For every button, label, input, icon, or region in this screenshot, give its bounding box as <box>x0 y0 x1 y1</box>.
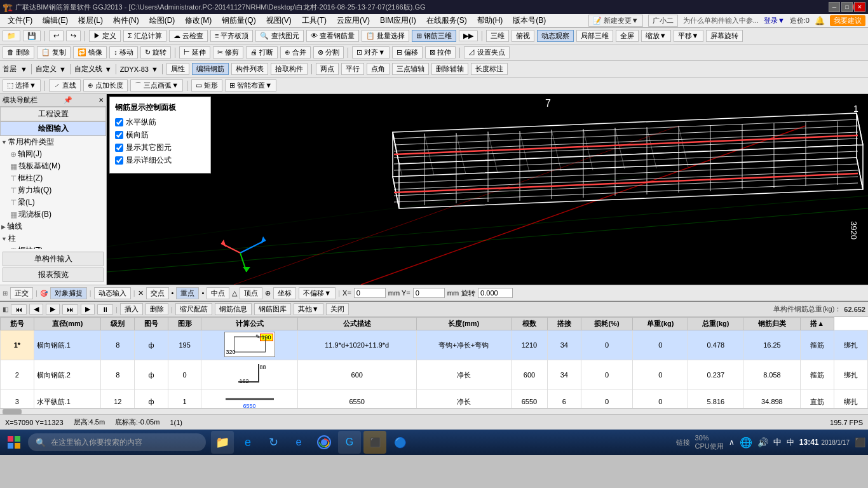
btn-dynamic[interactable]: 动态输入 <box>94 287 131 299</box>
btn-no-offset[interactable]: 不偏移▼ <box>299 287 336 299</box>
tb-merge[interactable]: ⊕ 合并 <box>280 46 311 58</box>
menu-edit[interactable]: 编辑(E) <box>37 14 73 27</box>
sidebar-close[interactable]: ✕ <box>98 97 104 104</box>
tb-align[interactable]: ⊡ 对齐▼ <box>352 46 390 58</box>
table-row[interactable]: 1* 横向钢筋.1 8 ф 195 320 190 ✎ 11.9 <box>1 330 868 360</box>
tree-slab[interactable]: ▦ 现浇板(B) <box>0 208 106 220</box>
tb-batch-select[interactable]: 📋 批量选择 <box>362 30 409 42</box>
3d-viewport[interactable]: 7 1 0 3920 <box>107 94 868 285</box>
btn-coord[interactable]: 坐标 <box>273 287 296 299</box>
tree-axis[interactable]: ⊕ 轴网(J) <box>0 148 106 160</box>
gzy-btn[interactable]: 广小二 <box>648 15 678 27</box>
menu-floor[interactable]: 楼层(L) <box>73 14 108 27</box>
menu-version[interactable]: 版本号(B) <box>508 14 551 27</box>
y-input[interactable] <box>413 288 445 298</box>
sidebar-pin[interactable]: 📌 <box>64 96 72 104</box>
tb-save[interactable]: 💾 <box>23 30 41 41</box>
tree-axis-group[interactable]: ▶ 轴线 <box>0 220 106 233</box>
tb-screen-rotate[interactable]: 屏幕旋转 <box>706 30 743 42</box>
menu-cloud[interactable]: 云应用(V) <box>332 14 375 27</box>
notify-icon[interactable]: 🔔 <box>815 16 825 25</box>
taskbar-chrome[interactable] <box>313 431 336 454</box>
table-row[interactable]: 2 横向钢筋.2 8 ф 0 88 162 <box>1 360 868 390</box>
menu-tools[interactable]: 工具(T) <box>297 14 332 27</box>
cb-other-input[interactable] <box>115 144 123 152</box>
tb-rect[interactable]: ▭ 矩形 <box>191 79 222 92</box>
tree-common-types[interactable]: ▼ 常用构件类型 <box>0 136 106 148</box>
canvas-area[interactable]: 钢筋显示控制面板 水平纵筋 横向筋 显示其它图元 显示详细公式 <box>107 94 868 285</box>
cb-other-elements[interactable]: 显示其它图元 <box>115 142 205 153</box>
menu-file[interactable]: 文件(F) <box>3 14 37 27</box>
tree-col-group[interactable]: ▼ 柱 <box>0 233 106 245</box>
tb-select[interactable]: ⬚ 选择▼ <box>3 79 41 92</box>
menu-online[interactable]: 在线服务(S) <box>421 14 472 27</box>
tb-dim[interactable]: 长度标注 <box>471 63 508 75</box>
tb-undo[interactable]: ↩ <box>49 30 64 41</box>
taskbar-ie[interactable]: e <box>287 431 310 454</box>
tb-copy[interactable]: 📋 复制 <box>37 46 71 58</box>
taskbar-edge[interactable]: e <box>236 431 259 454</box>
cb-formula-input[interactable] <box>115 156 123 165</box>
tb-two-pts[interactable]: 两点 <box>316 63 339 75</box>
menu-help[interactable]: 帮助(H) <box>472 14 508 27</box>
tb-view-rebar[interactable]: 👁 查看钢筋量 <box>306 30 359 42</box>
tb-stretch[interactable]: ⊠ 拉伸 <box>425 46 456 58</box>
nav-next[interactable]: ▶ <box>46 304 60 315</box>
tb-calc[interactable]: Σ 汇总计算 <box>123 30 166 42</box>
tb-line[interactable]: ⟋ 直线 <box>49 79 81 92</box>
tray-lang[interactable]: 中 <box>773 437 782 448</box>
tb-parallel[interactable]: 平行 <box>341 63 364 75</box>
btn-midpoint[interactable]: 中点 <box>207 287 229 299</box>
tb-local-3d[interactable]: 局部三维 <box>576 30 613 42</box>
tree-beam[interactable]: ⊤ 梁(L) <box>0 196 106 208</box>
feedback-btn[interactable]: 我要建议 <box>830 15 865 26</box>
rt-insert[interactable]: 插入 <box>120 303 143 315</box>
tb-zoom[interactable]: 缩放▼ <box>641 30 671 42</box>
h-scrollbar[interactable] <box>0 408 868 414</box>
sidebar-engineering[interactable]: 工程设置 <box>0 107 106 121</box>
cb-horizontal-input[interactable] <box>115 118 123 126</box>
tb-define[interactable]: ▶ 定义 <box>89 30 121 42</box>
rt-close[interactable]: 关闭 <box>326 303 349 315</box>
tb-smart-layout[interactable]: ⊞ 智能布置▼ <box>225 79 276 92</box>
btn-snap[interactable]: 对象捕捉 <box>50 287 87 299</box>
tb-point-angle[interactable]: 点角 <box>367 63 390 75</box>
tb-pick-component[interactable]: 拾取构件 <box>271 63 308 75</box>
tb-print[interactable]: 🖨 打断 <box>246 46 278 58</box>
tray-clock[interactable]: 13:41 2018/1/17 <box>799 438 850 447</box>
taskbar-glodon[interactable]: G <box>338 431 361 454</box>
rt-rebar-lib[interactable]: 钢筋图库 <box>254 303 291 315</box>
tb-extend[interactable]: ⊢ 延伸 <box>179 46 210 58</box>
tb-redo[interactable]: ↪ <box>66 30 81 41</box>
single-component-btn[interactable]: 单构件输入 <box>3 252 104 266</box>
tb-component-list[interactable]: 构件列表 <box>231 63 268 75</box>
rebar-table-wrap[interactable]: 筋号 直径(mm) 级别 图号 图形 计算公式 公式描述 长度(mm) 根数 搭… <box>0 317 868 408</box>
btn-vertex[interactable]: 顶点 <box>240 287 262 299</box>
maximize-button[interactable]: □ <box>841 2 853 12</box>
tree-shear-wall[interactable]: ⊤ 剪力墙(Q) <box>0 184 106 196</box>
login-btn[interactable]: 登录▼ <box>764 16 785 25</box>
tree-frame-col[interactable]: ⊤ 框柱(Z) <box>0 172 106 184</box>
menu-rebar-qty[interactable]: 钢筋量(Q) <box>217 14 261 27</box>
tb-mirror[interactable]: 🔁 镜像 <box>73 46 107 58</box>
tb-del[interactable]: 🗑 删除 <box>3 46 34 58</box>
nav-first[interactable]: ⏮ <box>11 304 27 315</box>
taskbar-ggj[interactable]: ⬛ <box>363 431 386 454</box>
tray-volume[interactable]: 🔊 <box>757 437 768 447</box>
tb-pan[interactable]: 平移▼ <box>674 30 703 42</box>
tb-3d[interactable]: 三维 <box>486 30 509 42</box>
rt-other[interactable]: 其他▼ <box>294 303 323 315</box>
tb-trim[interactable]: ✂ 修剪 <box>213 46 243 58</box>
tray-up-arrow[interactable]: ∧ <box>729 438 735 447</box>
rotate-input[interactable] <box>478 288 513 298</box>
tb-dynamic-view[interactable]: 动态观察 <box>537 30 574 42</box>
report-preview-btn[interactable]: 报表预览 <box>3 268 104 282</box>
cb-horizontal[interactable]: 水平纵筋 <box>115 117 205 128</box>
table-row[interactable]: 3 水平纵筋.1 12 ф 1 6550 6550 净长 <box>1 390 868 409</box>
rt-rebar-info[interactable]: 钢筋信息 <box>215 303 252 315</box>
close-button[interactable]: ✕ <box>854 2 865 12</box>
x-input[interactable] <box>354 288 386 298</box>
tb-top-view[interactable]: 俯视 <box>512 30 534 42</box>
tb-more[interactable]: ▶▶ <box>459 30 478 41</box>
nav-pause[interactable]: ⏸ <box>97 304 113 315</box>
